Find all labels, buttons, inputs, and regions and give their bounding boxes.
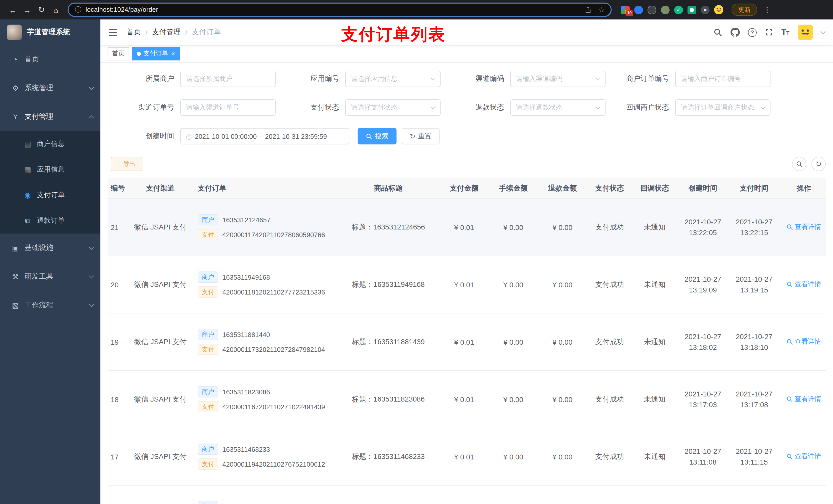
site-info-icon[interactable]: ⓘ [75,5,81,14]
extension-blue-icon[interactable] [634,5,643,14]
tab-label: 支付订单 [143,49,168,58]
filter-label-merchant: 所属商户 [117,74,180,83]
table-row: 21微信 JSAPI 支付商户1635312124657支付4200001174… [108,199,826,256]
product-title-cell: 标题：1635312124656 [337,222,439,232]
home-icon[interactable]: ⌂ [49,3,63,16]
sidebar-item-workflow[interactable]: ▧工作流程 [0,291,100,320]
profile-avatar-icon[interactable] [714,5,723,14]
share-icon[interactable] [585,6,592,13]
yen-icon: ¥ [9,113,22,121]
order-id-cell: 18 [108,395,130,403]
refresh-button[interactable]: ↻ [811,157,826,171]
sidebar-item-label: 支付管理 [25,112,90,121]
url-bar[interactable]: ⓘ localhost:1024/pay/order ☆ [68,3,612,17]
tab-home[interactable]: 首页 [108,47,129,60]
extension-chat-icon[interactable] [688,5,696,14]
app-title: 芋道管理系统 [27,28,70,37]
merchant-filter-input[interactable]: 请选择所属商户 [180,71,276,87]
search-icon [786,224,793,231]
search-icon [786,281,793,288]
view-detail-link[interactable]: 查看详情 [786,394,821,404]
extension-olive-icon[interactable] [661,5,670,14]
channel-code-filter-select[interactable]: 请输入渠道编码 [510,71,605,87]
order-id-cell: 19 [108,338,130,346]
reset-button-label: 重置 [418,131,431,141]
refund-amount-cell: ¥ 0.00 [538,223,587,231]
pay-status-filter-select[interactable]: 请选择支付状态 [345,99,441,116]
app-no-filter-select[interactable]: 请选择应用信息 [345,71,441,87]
workflow-icon: ▧ [9,301,22,309]
extension-dark-icon[interactable] [647,5,656,14]
column-header-8: 回调状态 [632,184,677,193]
order-number: 4200001174202110278060590766 [222,231,325,238]
date-separator: - [260,133,262,140]
refund-amount-cell: ¥ 0.00 [538,281,587,289]
sidebar-item-refund-order[interactable]: ⧉退款订单 [0,208,100,234]
sidebar-item-infrastructure[interactable]: ▣基础设施 [0,234,100,262]
tab-close-icon[interactable]: × [171,50,175,57]
view-detail-link[interactable]: 查看详情 [786,337,821,346]
sidebar-item-pay-order[interactable]: ◉支付订单 [0,182,100,208]
search-icon [786,396,793,403]
view-detail-link[interactable]: 查看详情 [786,452,821,461]
channel-order-no-filter-input[interactable]: 请输入渠道订单号 [180,99,276,116]
help-icon[interactable]: ? [748,28,757,37]
sidebar-item-app-info[interactable]: ▦应用信息 [0,157,100,182]
product-title-cell: 标题：1635311881439 [337,337,439,346]
breadcrumb-home[interactable]: 首页 [126,28,141,37]
refund-status-filter-select[interactable]: 请选择退款状态 [510,99,605,116]
hamburger-icon[interactable] [109,28,117,36]
extension-pin-icon[interactable] [701,5,710,14]
reset-button[interactable]: ↻ 重置 [402,128,439,144]
callback-status-filter-select[interactable]: 请选择订单回调商户状态 [675,99,770,116]
fullscreen-icon[interactable] [765,28,773,37]
pay-amount-cell: ¥ 0.01 [439,338,489,346]
forward-icon[interactable]: → [21,3,34,16]
extension-grid-icon[interactable]: 10 [621,5,629,14]
sidebar-item-label: 退款订单 [37,216,93,225]
back-icon[interactable]: ← [6,3,20,16]
update-button[interactable]: 更新 [732,4,757,16]
sidebar-item-payment-management[interactable]: ¥支付管理 [0,102,100,131]
filter-form: 所属商户 请选择所属商户 应用编号 请选择应用信息 [108,71,826,144]
sidebar-item-label: 应用信息 [37,165,93,174]
order-number: 1635311881440 [222,331,270,338]
sidebar-item-dev-tools[interactable]: ⚒研发工具 [0,262,100,291]
sidebar-item-home[interactable]: ◔首页 [0,45,100,74]
merchant-order-no-filter-input[interactable]: 请输入商户订单编号 [675,71,770,87]
bookmark-star-icon[interactable]: ☆ [598,6,604,14]
pay-channel-cell: 微信 JSAPI 支付 [130,280,191,289]
browser-menu-icon[interactable]: ⋮ [761,5,773,14]
extension-check-icon[interactable]: ✓ [674,5,683,14]
pay-tag: 支付 [198,344,218,355]
view-detail-link[interactable]: 查看详情 [786,222,821,232]
sidebar-item-label: 基础设施 [25,243,90,253]
sidebar-item-merchant-info[interactable]: ▤商户信息 [0,131,100,157]
pay-channel-cell: 微信 JSAPI 支付 [130,452,191,461]
create-time-range-picker[interactable]: ◷ 2021-10-01 00:00:00 - 2021-10-31 23:59… [180,128,349,144]
font-size-icon[interactable]: TT [781,28,789,37]
toggle-search-button[interactable] [792,157,806,171]
search-button[interactable]: 搜索 [358,128,397,144]
tab-pay-order[interactable]: 支付订单 × [132,47,180,60]
reload-icon[interactable]: ↻ [35,3,48,16]
view-detail-link[interactable]: 查看详情 [786,280,821,289]
pay-order-cell: 商户1635311468233支付42000011942021102767521… [191,443,337,470]
github-icon[interactable] [731,28,740,37]
search-icon [796,161,803,167]
avatar-caret-icon[interactable] [820,29,826,34]
search-icon [366,133,373,140]
pay-tag: 支付 [198,458,218,470]
app-logo[interactable]: 芋道管理系统 [0,20,100,45]
create-time-cell: 2021-10-2713:11:08 [677,446,729,467]
breadcrumb-pay-management[interactable]: 支付管理 [152,28,181,37]
pay-time-cell: 2021-10-2713:18:10 [729,331,780,353]
column-header-5: 手续金额 [489,184,538,193]
placeholder-text: 请选择退款状态 [516,103,596,112]
sidebar-item-system-management[interactable]: ⚙系统管理 [0,74,100,102]
search-icon[interactable] [714,28,722,37]
export-button[interactable]: ↓ 导出 [111,157,142,171]
filter-label-pay-status: 支付状态 [282,103,345,112]
action-cell: 查看详情 [780,452,826,461]
user-avatar[interactable] [798,25,813,40]
